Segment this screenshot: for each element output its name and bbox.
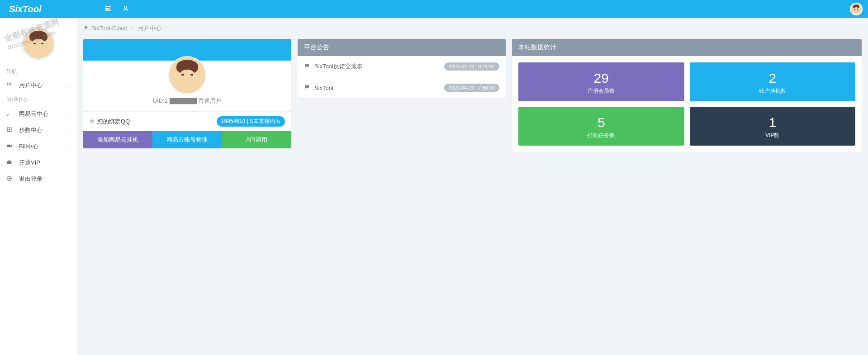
comment-icon xyxy=(304,84,310,91)
svg-rect-8 xyxy=(9,84,9,85)
qq-badge[interactable]: 19954618 | S未来有约 ↻ xyxy=(217,116,285,127)
profile-uid: UID:2 ▇▇▇▇▇▇ 普通用户 xyxy=(83,94,291,111)
nav-label: 步数中心 xyxy=(19,126,43,134)
profile-card: UID:2 ▇▇▇▇▇▇ 普通用户 ✱ 您的绑定QQ 19954618 | S未… xyxy=(83,39,291,148)
stat-number: 1 xyxy=(694,115,851,130)
svg-point-3 xyxy=(124,6,127,9)
toggle-sidebar-icon[interactable] xyxy=(104,5,111,13)
announcement-item[interactable]: SixTool反馈交流群 2022-04-19 18:21:02 xyxy=(298,56,506,77)
stat-number: 2 xyxy=(694,71,851,85)
brand-logo[interactable]: SixTool xyxy=(9,4,41,14)
stat-accounts: 2 账户挂机数 xyxy=(690,62,856,101)
breadcrumb: SixTool-Cloud / 用户中心 xyxy=(83,24,862,33)
nav-steps[interactable]: 步数中心 › xyxy=(0,122,77,138)
announcement-title: SixTool反馈交流群 xyxy=(314,62,363,71)
stat-label: 注册会员数 xyxy=(523,87,680,95)
add-netease-button[interactable]: 添加网易云挂机 xyxy=(83,131,152,148)
announcements-card: 平台公告 SixTool反馈交流群 2022-04-19 18:21:02 Si xyxy=(298,39,506,98)
home-icon xyxy=(83,25,90,32)
header-avatar[interactable] xyxy=(850,3,863,15)
refresh-icon: ↻ xyxy=(276,118,280,125)
stat-label: VIP数 xyxy=(694,132,851,139)
svg-rect-7 xyxy=(7,84,8,85)
music-icon: ♪ xyxy=(6,111,14,118)
svg-rect-4 xyxy=(7,83,8,84)
stat-vip: 1 VIP数 xyxy=(690,107,856,146)
svg-rect-5 xyxy=(9,83,9,84)
stats-header: 本站数据统计 xyxy=(512,39,862,56)
stat-tasks: 5 挂机任务数 xyxy=(518,107,684,146)
sidebar: 导航 用户中心 › 管理中心 ♪ 网易云中心 › 步数中心 › Bili中心 ›… xyxy=(0,18,77,158)
announcement-item[interactable]: SixTool 2022-04-19 17:50:23 xyxy=(298,77,506,98)
external-icon xyxy=(6,127,14,134)
stat-number: 5 xyxy=(523,115,680,130)
nav-netease[interactable]: ♪ 网易云中心 › xyxy=(0,106,77,122)
main-content: SixTool-Cloud / 用户中心 UID:2 ▇▇▇▇▇▇ 普通用户 ✱… xyxy=(77,18,868,158)
chevron-right-icon: › xyxy=(69,144,71,149)
sidebar-avatar[interactable] xyxy=(22,27,55,60)
profile-avatar xyxy=(168,56,206,94)
svg-rect-11 xyxy=(7,145,10,147)
stat-number: 29 xyxy=(523,71,680,85)
qq-label: 您的绑定QQ xyxy=(97,118,130,126)
nav-label: Bili中心 xyxy=(19,142,38,151)
user-icon[interactable] xyxy=(122,5,129,13)
svg-rect-2 xyxy=(105,10,110,10)
nav-section-nav: 导航 xyxy=(0,65,77,77)
grid-icon xyxy=(6,82,14,89)
manage-netease-button[interactable]: 网易云账号管理 xyxy=(152,131,222,148)
svg-rect-9 xyxy=(10,84,11,85)
comment-icon xyxy=(304,63,310,70)
nav-vip[interactable]: 开通VIP xyxy=(0,155,77,158)
nav-label: 网易云中心 xyxy=(19,110,48,118)
nav-label: 用户中心 xyxy=(19,81,43,90)
breadcrumb-current: 用户中心 xyxy=(138,25,161,32)
announcement-time: 2022-04-19 17:50:23 xyxy=(444,84,499,92)
announcements-header: 平台公告 xyxy=(298,39,506,56)
nav-user-center[interactable]: 用户中心 › xyxy=(0,77,77,94)
stat-label: 账户挂机数 xyxy=(694,87,851,95)
announcement-time: 2022-04-19 18:21:02 xyxy=(444,62,499,71)
chevron-right-icon: › xyxy=(69,112,71,117)
svg-rect-1 xyxy=(105,8,109,9)
breadcrumb-root[interactable]: SixTool-Cloud xyxy=(91,25,128,32)
star-icon: ✱ xyxy=(90,118,95,125)
chevron-right-icon: › xyxy=(69,83,71,88)
video-icon xyxy=(6,143,14,150)
profile-qq-row: ✱ 您的绑定QQ 19954618 | S未来有约 ↻ xyxy=(83,111,291,131)
stat-members: 29 注册会员数 xyxy=(518,62,684,101)
top-header: SixTool xyxy=(0,0,868,18)
stat-label: 挂机任务数 xyxy=(523,132,680,139)
svg-rect-0 xyxy=(105,6,110,7)
api-call-button[interactable]: API调用 xyxy=(222,131,291,148)
nav-bili[interactable]: Bili中心 › xyxy=(0,138,77,155)
svg-rect-6 xyxy=(10,83,11,84)
chevron-right-icon: › xyxy=(69,128,71,133)
announcement-title: SixTool xyxy=(314,85,333,91)
nav-section-admin: 管理中心 xyxy=(0,94,77,106)
stats-card: 本站数据统计 29 注册会员数 2 账户挂机数 5 挂机任务数 xyxy=(512,39,862,152)
